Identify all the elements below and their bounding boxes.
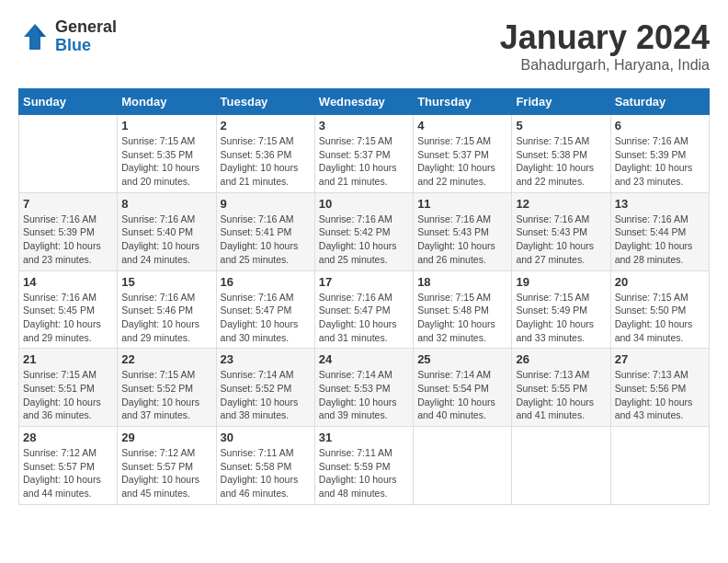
day-number: 6 <box>615 119 705 132</box>
calendar-cell: 3Sunrise: 7:15 AM Sunset: 5:37 PM Daylig… <box>314 115 413 193</box>
calendar-cell: 12Sunrise: 7:16 AM Sunset: 5:43 PM Dayli… <box>512 192 610 270</box>
day-info: Sunrise: 7:15 AM Sunset: 5:37 PM Dayligh… <box>319 134 409 189</box>
day-info: Sunrise: 7:16 AM Sunset: 5:46 PM Dayligh… <box>121 291 211 345</box>
calendar-cell: 22Sunrise: 7:15 AM Sunset: 5:52 PM Dayli… <box>118 349 216 427</box>
day-info: Sunrise: 7:16 AM Sunset: 5:42 PM Dayligh… <box>319 213 409 267</box>
calendar-cell: 16Sunrise: 7:16 AM Sunset: 5:47 PM Dayli… <box>216 270 314 349</box>
day-info: Sunrise: 7:16 AM Sunset: 5:41 PM Dayligh… <box>221 213 311 267</box>
day-number: 11 <box>417 197 507 211</box>
header-day-monday: Monday <box>118 89 216 115</box>
day-info: Sunrise: 7:13 AM Sunset: 5:56 PM Dayligh… <box>615 368 705 422</box>
day-number: 17 <box>319 275 409 289</box>
calendar-table: SundayMondayTuesdayWednesdayThursdayFrid… <box>18 88 710 505</box>
day-info: Sunrise: 7:16 AM Sunset: 5:39 PM Dayligh… <box>23 213 113 267</box>
calendar-cell: 18Sunrise: 7:15 AM Sunset: 5:48 PM Dayli… <box>414 270 512 349</box>
day-number: 12 <box>516 197 606 211</box>
day-info: Sunrise: 7:15 AM Sunset: 5:35 PM Dayligh… <box>121 134 211 189</box>
day-info: Sunrise: 7:15 AM Sunset: 5:37 PM Dayligh… <box>417 134 507 189</box>
calendar-cell: 2Sunrise: 7:15 AM Sunset: 5:36 PM Daylig… <box>216 115 314 193</box>
calendar-cell: 6Sunrise: 7:16 AM Sunset: 5:39 PM Daylig… <box>610 115 709 193</box>
header-day-tuesday: Tuesday <box>216 89 314 115</box>
day-number: 5 <box>516 119 606 132</box>
calendar-cell: 4Sunrise: 7:15 AM Sunset: 5:37 PM Daylig… <box>414 115 512 193</box>
calendar-cell: 25Sunrise: 7:14 AM Sunset: 5:54 PM Dayli… <box>414 349 512 427</box>
calendar-cell: 13Sunrise: 7:16 AM Sunset: 5:44 PM Dayli… <box>610 192 709 270</box>
calendar-cell: 28Sunrise: 7:12 AM Sunset: 5:57 PM Dayli… <box>19 427 118 505</box>
calendar-cell: 15Sunrise: 7:16 AM Sunset: 5:46 PM Dayli… <box>118 270 216 349</box>
calendar-header: SundayMondayTuesdayWednesdayThursdayFrid… <box>19 89 710 115</box>
header-day-thursday: Thursday <box>414 89 512 115</box>
day-number: 7 <box>23 197 113 211</box>
logo-text: General Blue <box>55 18 117 55</box>
header-day-sunday: Sunday <box>19 89 118 115</box>
day-number: 18 <box>417 275 507 289</box>
day-info: Sunrise: 7:16 AM Sunset: 5:39 PM Dayligh… <box>615 134 705 189</box>
day-info: Sunrise: 7:12 AM Sunset: 5:57 PM Dayligh… <box>23 446 113 500</box>
calendar-cell: 14Sunrise: 7:16 AM Sunset: 5:45 PM Dayli… <box>19 270 118 349</box>
calendar-cell <box>610 427 709 505</box>
calendar-cell: 5Sunrise: 7:15 AM Sunset: 5:38 PM Daylig… <box>512 115 610 193</box>
week-row-4: 21Sunrise: 7:15 AM Sunset: 5:51 PM Dayli… <box>19 349 710 427</box>
page-header: General Blue January 2024 Bahadurgarh, H… <box>18 18 710 74</box>
calendar-cell: 10Sunrise: 7:16 AM Sunset: 5:42 PM Dayli… <box>314 192 413 270</box>
calendar-cell: 11Sunrise: 7:16 AM Sunset: 5:43 PM Dayli… <box>414 192 512 270</box>
calendar-body: 1Sunrise: 7:15 AM Sunset: 5:35 PM Daylig… <box>19 115 710 505</box>
day-info: Sunrise: 7:16 AM Sunset: 5:47 PM Dayligh… <box>319 291 409 345</box>
title-block: January 2024 Bahadurgarh, Haryana, India <box>500 18 710 74</box>
week-row-5: 28Sunrise: 7:12 AM Sunset: 5:57 PM Dayli… <box>19 427 710 505</box>
day-info: Sunrise: 7:15 AM Sunset: 5:48 PM Dayligh… <box>417 291 507 345</box>
day-info: Sunrise: 7:16 AM Sunset: 5:40 PM Dayligh… <box>121 213 211 267</box>
day-info: Sunrise: 7:13 AM Sunset: 5:55 PM Dayligh… <box>516 368 606 422</box>
day-number: 31 <box>319 431 409 444</box>
day-info: Sunrise: 7:15 AM Sunset: 5:50 PM Dayligh… <box>615 291 705 345</box>
calendar-cell: 7Sunrise: 7:16 AM Sunset: 5:39 PM Daylig… <box>19 192 118 270</box>
calendar-title: January 2024 <box>500 18 710 57</box>
day-info: Sunrise: 7:14 AM Sunset: 5:52 PM Dayligh… <box>221 368 311 422</box>
day-number: 21 <box>23 352 113 366</box>
calendar-cell: 1Sunrise: 7:15 AM Sunset: 5:35 PM Daylig… <box>118 115 216 193</box>
day-number: 15 <box>121 275 211 289</box>
logo-general-text: General <box>55 18 117 37</box>
day-info: Sunrise: 7:15 AM Sunset: 5:38 PM Dayligh… <box>516 134 606 189</box>
day-number: 27 <box>615 352 705 366</box>
calendar-cell: 17Sunrise: 7:16 AM Sunset: 5:47 PM Dayli… <box>314 270 413 349</box>
calendar-cell: 20Sunrise: 7:15 AM Sunset: 5:50 PM Dayli… <box>610 270 709 349</box>
day-info: Sunrise: 7:16 AM Sunset: 5:44 PM Dayligh… <box>615 213 705 267</box>
calendar-cell: 26Sunrise: 7:13 AM Sunset: 5:55 PM Dayli… <box>512 349 610 427</box>
calendar-cell: 19Sunrise: 7:15 AM Sunset: 5:49 PM Dayli… <box>512 270 610 349</box>
day-number: 2 <box>221 119 311 132</box>
logo: General Blue <box>18 18 117 55</box>
day-info: Sunrise: 7:16 AM Sunset: 5:43 PM Dayligh… <box>417 213 507 267</box>
day-info: Sunrise: 7:15 AM Sunset: 5:49 PM Dayligh… <box>516 291 606 345</box>
week-row-2: 7Sunrise: 7:16 AM Sunset: 5:39 PM Daylig… <box>19 192 710 270</box>
day-info: Sunrise: 7:16 AM Sunset: 5:45 PM Dayligh… <box>23 291 113 345</box>
day-info: Sunrise: 7:16 AM Sunset: 5:47 PM Dayligh… <box>221 291 311 345</box>
day-number: 9 <box>221 197 311 211</box>
day-info: Sunrise: 7:15 AM Sunset: 5:51 PM Dayligh… <box>23 368 113 422</box>
calendar-cell <box>414 427 512 505</box>
day-info: Sunrise: 7:14 AM Sunset: 5:53 PM Dayligh… <box>319 368 409 422</box>
calendar-cell: 27Sunrise: 7:13 AM Sunset: 5:56 PM Dayli… <box>610 349 709 427</box>
day-number: 25 <box>417 352 507 366</box>
day-info: Sunrise: 7:15 AM Sunset: 5:36 PM Dayligh… <box>221 134 311 189</box>
day-number: 4 <box>417 119 507 132</box>
header-row: SundayMondayTuesdayWednesdayThursdayFrid… <box>19 89 710 115</box>
header-day-saturday: Saturday <box>610 89 709 115</box>
day-number: 19 <box>516 275 606 289</box>
week-row-3: 14Sunrise: 7:16 AM Sunset: 5:45 PM Dayli… <box>19 270 710 349</box>
day-number: 8 <box>121 197 211 211</box>
day-info: Sunrise: 7:16 AM Sunset: 5:43 PM Dayligh… <box>516 213 606 267</box>
logo-icon <box>18 20 51 53</box>
day-info: Sunrise: 7:14 AM Sunset: 5:54 PM Dayligh… <box>417 368 507 422</box>
day-number: 10 <box>319 197 409 211</box>
day-number: 20 <box>615 275 705 289</box>
day-info: Sunrise: 7:15 AM Sunset: 5:52 PM Dayligh… <box>121 368 211 422</box>
day-number: 29 <box>121 431 211 444</box>
day-number: 26 <box>516 352 606 366</box>
day-number: 22 <box>121 352 211 366</box>
calendar-cell: 29Sunrise: 7:12 AM Sunset: 5:57 PM Dayli… <box>118 427 216 505</box>
calendar-cell: 21Sunrise: 7:15 AM Sunset: 5:51 PM Dayli… <box>19 349 118 427</box>
day-number: 28 <box>23 431 113 444</box>
calendar-cell: 9Sunrise: 7:16 AM Sunset: 5:41 PM Daylig… <box>216 192 314 270</box>
day-number: 13 <box>615 197 705 211</box>
